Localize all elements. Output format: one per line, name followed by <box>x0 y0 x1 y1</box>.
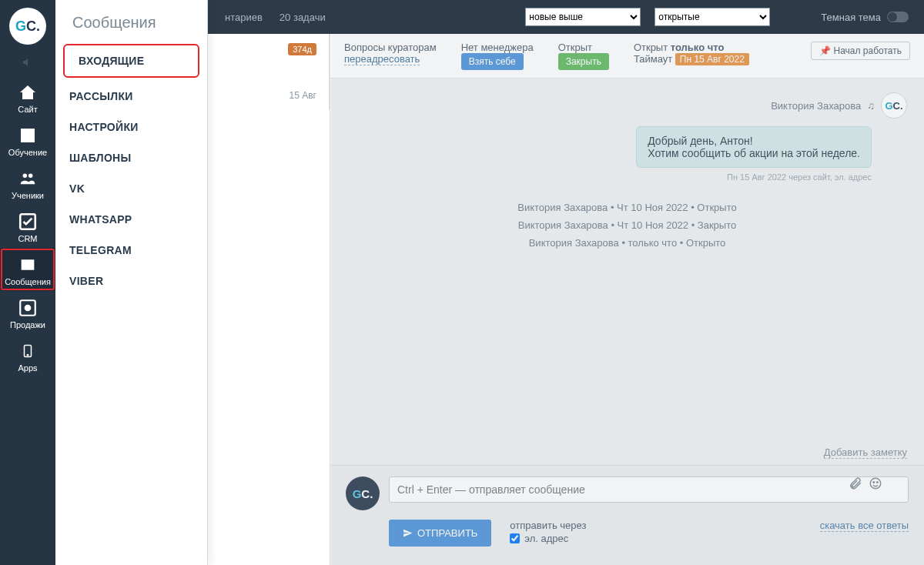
sort-select[interactable]: новые выше <box>525 8 641 26</box>
svg-point-1 <box>28 174 32 179</box>
hdr-manager-title: Нет менеджера <box>461 42 534 53</box>
timeout-badge: Пн 15 Авг 2022 <box>675 53 749 65</box>
envelope-icon <box>16 254 39 276</box>
svg-point-0 <box>23 174 27 179</box>
submenu-whatsapp[interactable]: WHATSAPP <box>55 204 207 235</box>
history-row: Виктория Захарова • только что • Открыто <box>347 237 907 249</box>
svg-point-6 <box>27 355 28 356</box>
topbar-tasks[interactable]: 20 задачи <box>280 12 326 23</box>
nav-crm[interactable]: CRM <box>0 205 55 248</box>
submenu-inbox[interactable]: ВХОДЯЩИЕ <box>63 44 199 78</box>
submenu-viber[interactable]: VIBER <box>55 266 207 296</box>
send-button[interactable]: ОТПРАВИТЬ <box>389 520 491 547</box>
chat-body: Виктория Захарова ♫ GC. Добрый день, Ант… <box>330 79 924 465</box>
hdr-col-manager: Нет менеджера Взять себе <box>461 42 534 70</box>
left-navbar: GC. Сайт Обучение Ученики CRM Сообщения … <box>0 0 55 565</box>
channel-email-label: эл. адрес <box>524 533 568 544</box>
hdr-open-bold: только что <box>671 42 725 53</box>
attach-icon[interactable] <box>849 476 862 494</box>
nav-apps[interactable]: Apps <box>0 334 55 377</box>
svg-point-9 <box>877 482 879 483</box>
svg-point-4 <box>25 306 31 311</box>
days-badge: 374д <box>288 43 316 55</box>
send-via-block: отправить через эл. адрес <box>510 520 586 544</box>
nav-label-apps: Apps <box>18 363 37 373</box>
hdr-col-open-info: Открыт только что Таймаут Пн 15 Авг 2022 <box>634 42 749 65</box>
nav-label-crm: CRM <box>18 234 37 243</box>
emoji-icon[interactable] <box>869 476 882 494</box>
composer: GC. ОТПРАВИТЬ отправить через эл. а <box>330 465 924 565</box>
chat-panel: Вопросы кураторам переадресовать Нет мен… <box>330 34 924 565</box>
messages-submenu: Сообщения ВХОДЯЩИЕ РАССЫЛКИ НАСТРОЙКИ ША… <box>55 0 208 565</box>
check-square-icon <box>16 211 39 232</box>
hdr-timeout-pre: Таймаут <box>634 53 675 65</box>
theme-toggle[interactable] <box>887 12 909 22</box>
channel-email-checkbox[interactable] <box>510 533 520 543</box>
submenu-templates[interactable]: ШАБЛОНЫ <box>55 142 207 173</box>
nav-students[interactable]: Ученики <box>0 162 55 205</box>
nav-learn[interactable]: Обучение <box>0 119 55 162</box>
hdr-status-title: Открыт <box>558 42 609 53</box>
nav-sales[interactable]: Продажи <box>0 291 55 334</box>
history-row: Виктория Захарова • Чт 10 Ноя 2022 • Зак… <box>347 219 907 231</box>
channel-email-row[interactable]: эл. адрес <box>510 533 586 544</box>
take-button[interactable]: Взять себе <box>461 53 524 70</box>
chat-header: Вопросы кураторам переадресовать Нет мен… <box>330 34 924 79</box>
submenu-vk[interactable]: VK <box>55 173 207 204</box>
hdr-col-right: 📌 Начал работать <box>811 42 910 60</box>
nav-label-site: Сайт <box>18 105 37 114</box>
svg-point-7 <box>870 478 881 489</box>
close-button[interactable]: Закрыть <box>558 53 609 70</box>
pin-icon: 📌 <box>819 45 831 56</box>
message-bubble: Добрый день, Антон! Хотим сообщить об ак… <box>636 126 872 168</box>
nav-site[interactable]: Сайт <box>0 75 55 119</box>
nav-label-students: Ученики <box>12 191 44 200</box>
hdr-col-curators: Вопросы кураторам переадресовать <box>344 42 437 65</box>
submenu-mailings[interactable]: РАССЫЛКИ <box>55 81 207 112</box>
svg-point-8 <box>873 482 875 483</box>
start-work-label: Начал работать <box>834 45 902 56</box>
send-via-label: отправить через <box>510 520 586 531</box>
hdr-col-status: Открыт Закрыть <box>558 42 609 70</box>
home-icon <box>16 82 39 103</box>
sender-avatar[interactable]: GC. <box>881 92 907 119</box>
send-label: ОТПРАВИТЬ <box>417 527 477 539</box>
submenu-telegram[interactable]: TELEGRAM <box>55 235 207 266</box>
submenu-settings[interactable]: НАСТРОЙКИ <box>55 112 207 142</box>
safe-icon <box>16 297 39 319</box>
theme-label: Темная тема <box>821 12 881 23</box>
forward-link[interactable]: переадресовать <box>344 53 420 65</box>
composer-avatar: GC. <box>346 476 380 510</box>
add-note-link[interactable]: Добавить заметку <box>824 446 907 459</box>
sender-name[interactable]: Виктория Захарова <box>771 100 861 112</box>
audio-icon[interactable]: ♫ <box>867 100 875 112</box>
logo[interactable]: GC. <box>9 8 46 45</box>
filter-select[interactable]: открытые <box>654 8 770 26</box>
mute-icon[interactable] <box>0 49 55 75</box>
history-block: Виктория Захарова • Чт 10 Ноя 2022 • Отк… <box>347 202 907 249</box>
phone-icon <box>16 340 39 362</box>
message-input[interactable] <box>389 476 909 503</box>
start-work-button[interactable]: 📌 Начал работать <box>811 42 910 60</box>
download-all-link[interactable]: скачать все ответы <box>820 520 909 532</box>
topbar-comments[interactable]: нтариев <box>225 12 263 23</box>
submenu-title: Сообщения <box>55 0 207 44</box>
nav-label-sales: Продажи <box>10 320 45 329</box>
history-row: Виктория Захарова • Чт 10 Ноя 2022 • Отк… <box>347 202 907 213</box>
send-icon <box>403 528 413 538</box>
nav-label-messages: Сообщения <box>5 277 51 286</box>
message-meta: Пн 15 Авг 2022 через сайт, эл. адрес <box>347 172 872 182</box>
hdr-open-pre: Открыт <box>634 42 671 53</box>
nav-messages[interactable]: Сообщения <box>0 248 55 291</box>
users-icon <box>16 168 39 189</box>
nav-label-learn: Обучение <box>8 148 47 157</box>
hdr-curators-title: Вопросы кураторам <box>344 42 437 53</box>
chart-icon <box>16 125 39 146</box>
